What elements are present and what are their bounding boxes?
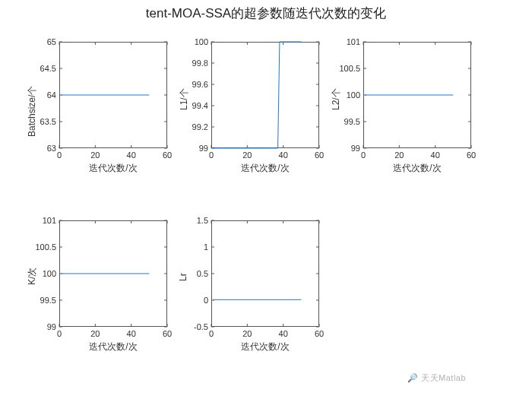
- plot-svg: [0, 0, 532, 399]
- subplot-5: 0204060-0.500.511.5Lr迭代次数/次: [0, 0, 532, 399]
- x-axis-label: 迭代次数/次: [211, 340, 319, 353]
- watermark: 🔎 天天Matlab: [407, 372, 466, 384]
- figure: tent-MOA-SSA的超参数随迭代次数的变化 02040606363.564…: [0, 0, 532, 399]
- y-axis-label: Lr: [178, 273, 188, 281]
